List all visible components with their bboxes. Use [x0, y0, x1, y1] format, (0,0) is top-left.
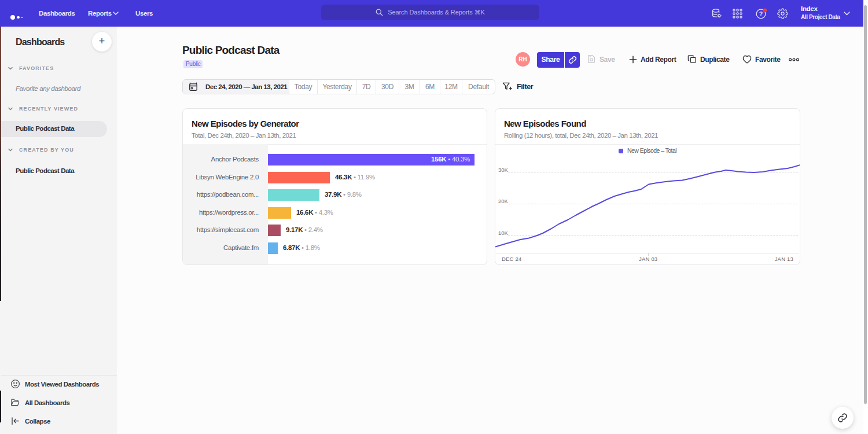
svg-text:?: ?	[759, 10, 763, 17]
